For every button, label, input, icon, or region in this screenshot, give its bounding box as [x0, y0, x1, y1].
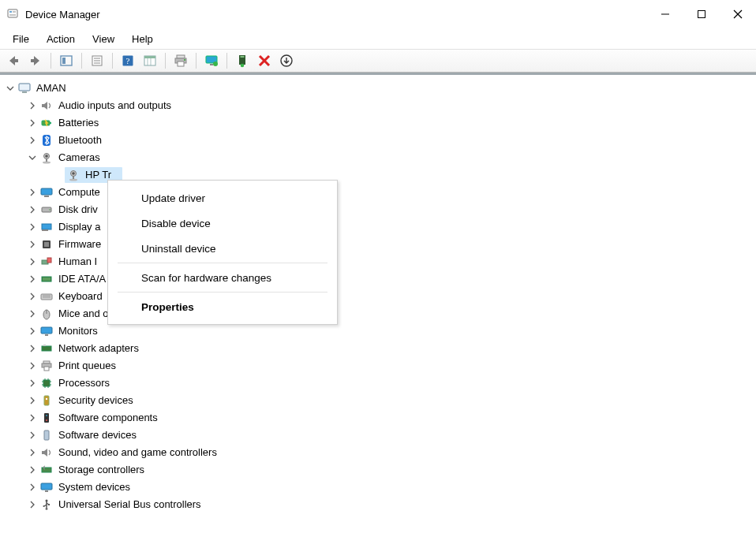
tree-item-usb[interactable]: Universal Serial Bus controllers [3, 496, 751, 513]
chevron-right-icon[interactable] [27, 274, 38, 285]
chevron-right-icon[interactable] [27, 378, 38, 389]
chevron-right-icon[interactable] [27, 395, 38, 406]
tree-item-label: Keyboard [58, 288, 103, 305]
ctx-disable-device[interactable]: Disable device [108, 211, 337, 236]
update-driver-button[interactable] [276, 51, 297, 70]
tree-root[interactable]: AMAN [3, 80, 751, 97]
tree-item-software-devices[interactable]: Software devices [3, 427, 751, 444]
tree-item-print[interactable]: Print queues [3, 357, 751, 375]
forward-button[interactable] [25, 51, 46, 70]
scan-hardware-button[interactable] [232, 51, 253, 70]
svg-rect-66 [42, 346, 51, 351]
chevron-right-icon[interactable] [27, 447, 38, 458]
menu-file[interactable]: File [5, 32, 37, 47]
chevron-right-icon[interactable] [27, 256, 38, 267]
close-button[interactable] [720, 0, 756, 28]
tree-item-label: Display a [58, 218, 100, 236]
tree-item-label: Monitors [58, 322, 98, 340]
menu-help[interactable]: Help [124, 32, 161, 47]
chevron-right-icon[interactable] [27, 308, 38, 319]
chevron-right-icon[interactable] [27, 482, 38, 493]
tree-item-audio[interactable]: Audio inputs and outputs [3, 97, 751, 114]
chevron-right-icon[interactable] [27, 360, 38, 371]
maximize-button[interactable] [683, 0, 720, 28]
ctx-scan-hardware[interactable]: Scan for hardware changes [108, 265, 337, 290]
chevron-right-icon[interactable] [27, 222, 38, 233]
chevron-right-icon[interactable] [27, 117, 38, 129]
svg-rect-65 [45, 334, 48, 336]
minimize-button[interactable] [647, 0, 683, 28]
chevron-right-icon[interactable] [27, 187, 38, 198]
svg-rect-36 [50, 122, 51, 124]
uninstall-button[interactable] [254, 51, 275, 70]
svg-rect-64 [41, 327, 52, 334]
chevron-right-icon[interactable] [27, 464, 38, 475]
keyboard-icon [39, 289, 54, 304]
chevron-right-icon[interactable] [27, 204, 38, 215]
svg-text:?: ? [126, 56, 130, 65]
tree-item-bluetooth[interactable]: Bluetooth [3, 132, 751, 149]
menu-view[interactable]: View [84, 32, 122, 47]
svg-rect-1 [9, 11, 12, 13]
properties-button[interactable] [87, 51, 107, 70]
ctx-properties[interactable]: Properties [108, 294, 337, 319]
chevron-right-icon[interactable] [27, 100, 38, 111]
display-button[interactable] [201, 51, 222, 70]
tree-item-sound[interactable]: Sound, video and game controllers [3, 444, 751, 461]
svg-rect-3 [9, 14, 16, 16]
svg-rect-67 [43, 345, 46, 346]
tree-item-label: Disk driv [58, 201, 98, 218]
svg-rect-88 [45, 490, 48, 492]
tree-item-system[interactable]: System devices [3, 479, 751, 496]
tree-item-network[interactable]: Network adapters [3, 340, 751, 357]
context-menu: Update driver Disable device Uninstall d… [107, 180, 338, 325]
chevron-right-icon[interactable] [27, 135, 38, 146]
back-button[interactable] [3, 51, 24, 70]
svg-rect-91 [48, 504, 50, 505]
network-icon [39, 341, 54, 356]
toolbar-separator [81, 53, 82, 69]
tree-item-label: Audio inputs and outputs [58, 97, 171, 114]
tree-item-label: Bluetooth [58, 132, 102, 149]
desktop-icon [39, 185, 54, 199]
show-hide-console-tree-button[interactable] [56, 51, 77, 70]
svg-point-45 [72, 172, 75, 175]
tree-item-label: Software components [58, 409, 158, 427]
chevron-right-icon[interactable] [27, 412, 38, 423]
tree-item-cameras[interactable]: Cameras [3, 149, 751, 166]
chevron-right-icon[interactable] [27, 291, 38, 302]
chevron-right-icon[interactable] [27, 239, 38, 250]
tree-item-software-components[interactable]: Software components [3, 409, 751, 427]
tree-item-processors[interactable]: Processors [3, 375, 751, 392]
svg-rect-28 [241, 56, 245, 58]
view-button[interactable] [140, 51, 160, 70]
printer-icon [39, 359, 54, 373]
chevron-down-icon[interactable] [5, 83, 16, 94]
speaker-icon [39, 99, 54, 113]
tree-item-security[interactable]: Security devices [3, 392, 751, 409]
app-icon [6, 8, 19, 20]
gpu-icon [39, 220, 54, 234]
system-icon [39, 480, 54, 494]
tree-item-label: System devices [58, 479, 130, 496]
help-button[interactable]: ? [118, 51, 138, 70]
computer-icon [17, 81, 32, 95]
menu-action[interactable]: Action [39, 32, 83, 47]
svg-rect-55 [47, 258, 51, 263]
chevron-right-icon[interactable] [27, 430, 38, 441]
ctx-update-driver[interactable]: Update driver [108, 185, 337, 211]
ctx-uninstall-device[interactable]: Uninstall device [108, 236, 337, 261]
chevron-down-icon[interactable] [27, 152, 38, 163]
hid-icon [39, 255, 54, 269]
tree-item-storage[interactable]: Storage controllers [3, 461, 751, 479]
menu-bar: File Action View Help [0, 28, 756, 49]
toolbar-separator [226, 53, 227, 69]
chevron-right-icon[interactable] [27, 499, 38, 510]
svg-rect-34 [22, 91, 27, 93]
print-button[interactable] [170, 51, 191, 70]
chevron-right-icon[interactable] [27, 326, 38, 337]
svg-rect-86 [42, 468, 51, 472]
tree-item-batteries[interactable]: Batteries [3, 114, 751, 132]
tree-item-monitors[interactable]: Monitors [3, 322, 751, 340]
chevron-right-icon[interactable] [27, 343, 38, 354]
